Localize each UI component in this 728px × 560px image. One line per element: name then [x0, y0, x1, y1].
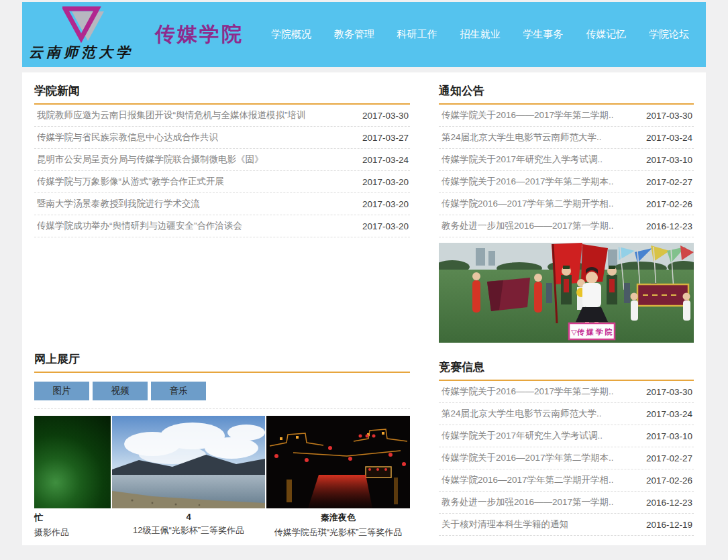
competition-row[interactable]: 第24届北京大学生电影节云南师范大学.. 2017-03-24	[439, 403, 694, 425]
nav-item-research[interactable]: 科研工作	[396, 24, 439, 45]
tab-music[interactable]: 音乐	[151, 382, 206, 400]
news-date: 2017-03-20	[362, 199, 409, 209]
logo-triangle-icon	[62, 6, 107, 48]
work-title: 4	[112, 512, 265, 522]
notice-row[interactable]: 传媒学院2016—2017学年第二学期开学相.. 2017-02-26	[439, 193, 694, 215]
nav-item-memory[interactable]: 传媒记忆	[584, 24, 627, 45]
competition-row[interactable]: 传媒学院关于2017年研究生入学考试调.. 2017-03-10	[439, 425, 694, 447]
notice-date: 2017-03-24	[646, 133, 692, 143]
work-caption: 摄影作品	[34, 526, 111, 543]
competition-date: 2017-03-24	[646, 409, 692, 419]
gallery-section-head: 网上展厅	[34, 351, 410, 373]
news-row[interactable]: 昆明市公安局呈贡分局与传媒学院联合摄制微电影《固》 2017-03-24	[34, 149, 410, 171]
news-section: 学院新闻 我院教师应邀为云南日报集团开设“舆情危机与全媒体报道模拟”培训 201…	[34, 83, 410, 237]
lake-clouds-photo[interactable]	[112, 416, 265, 508]
university-name-calligraphy: 云南师范大学	[29, 43, 134, 62]
news-link[interactable]: 传媒学院成功举办“舆情研判与边疆安全”合作洽谈会	[37, 220, 242, 232]
notice-row[interactable]: 第24届北京大学生电影节云南师范大学.. 2017-03-24	[439, 127, 694, 149]
news-link[interactable]: 传媒学院与万象影像“从游式”教学合作正式开展	[37, 176, 224, 188]
competition-link[interactable]: 传媒学院2016—2017学年第二学期开学相..	[441, 474, 614, 486]
site-header: 云南师范大学 传媒学院 学院概况 教务管理 科研工作 招生就业 学生事务 传媒记…	[22, 2, 706, 67]
nav-item-students[interactable]: 学生事务	[521, 24, 564, 45]
notice-date: 2017-03-30	[646, 111, 692, 121]
competition-link[interactable]: 第24届北京大学生电影节云南师范大学..	[441, 408, 602, 420]
competition-row[interactable]: 传媒学院关于2016—2017学年第二学期本.. 2017-02-27	[439, 447, 694, 469]
news-title: 学院新闻	[34, 83, 410, 99]
notices-title: 通知公告	[439, 83, 694, 99]
competition-link[interactable]: 教务处进一步加强2016——2017第一学期..	[441, 496, 614, 508]
competition-link[interactable]: 传媒学院关于2016—2017学年第二学期本..	[441, 452, 614, 464]
news-date: 2017-03-27	[362, 133, 409, 143]
notice-date: 2016-12-23	[646, 221, 692, 231]
sports-meet-parade-photo[interactable]: ▽传 媒 学 院	[439, 243, 694, 343]
news-link[interactable]: 昆明市公安局呈贡分局与传媒学院联合摄制微电影《固》	[37, 154, 264, 166]
competitions-title: 竞赛信息	[439, 359, 694, 375]
tab-pictures[interactable]: 图片	[34, 382, 89, 400]
notice-link[interactable]: 传媒学院关于2017年研究生入学考试调..	[441, 154, 603, 166]
river-night-photo[interactable]	[266, 416, 410, 508]
gallery-work: 4 12级王佩“光影杯”三等奖作品	[112, 416, 265, 543]
gallery-work: 秦淮夜色 传媒学院岳琪“光影杯”三等奖作品	[266, 416, 410, 543]
news-link[interactable]: 传媒学院与省民族宗教信息中心达成合作共识	[37, 131, 218, 144]
notice-link[interactable]: 第24届北京大学生电影节云南师范大学..	[441, 131, 602, 144]
work-title: 忙	[34, 512, 111, 524]
notice-date: 2017-02-26	[646, 199, 692, 209]
competitions-list: 传媒学院关于2016——2017学年第二学期.. 2017-03-30 第24届…	[439, 381, 694, 536]
notice-link[interactable]: 传媒学院关于2016——2017学年第二学期..	[441, 109, 614, 121]
competition-date: 2017-02-27	[646, 453, 692, 463]
notices-section-head: 通知公告	[439, 83, 694, 105]
news-section-head: 学院新闻	[34, 83, 410, 105]
competition-date: 2017-03-30	[646, 387, 692, 397]
notice-row[interactable]: 传媒学院关于2016——2017学年第二学期.. 2017-03-30	[439, 105, 694, 127]
notice-link[interactable]: 传媒学院2016—2017学年第二学期开学相..	[441, 198, 614, 210]
notice-link[interactable]: 传媒学院关于2016—2017学年第二学期本..	[441, 176, 614, 188]
page-container: 云南师范大学 传媒学院 学院概况 教务管理 科研工作 招生就业 学生事务 传媒记…	[22, 2, 706, 560]
competitions-section: 竞赛信息 传媒学院关于2016——2017学年第二学期.. 2017-03-30…	[439, 359, 694, 536]
news-row[interactable]: 传媒学院与省民族宗教信息中心达成合作共识 2017-03-27	[34, 127, 410, 149]
svg-text:▽传 媒 学 院: ▽传 媒 学 院	[571, 327, 613, 336]
notice-row[interactable]: 传媒学院关于2016—2017学年第二学期本.. 2017-02-27	[439, 171, 694, 193]
competition-link[interactable]: 关于核对清理本科生学籍的通知	[441, 518, 568, 530]
notices-list: 传媒学院关于2016——2017学年第二学期.. 2017-03-30 第24届…	[439, 105, 694, 237]
right-column: 通知公告 传媒学院关于2016——2017学年第二学期.. 2017-03-30…	[439, 83, 694, 543]
news-link[interactable]: 暨南大学汤景泰教授到我院进行学术交流	[37, 198, 200, 210]
competition-row[interactable]: 关于核对清理本科生学籍的通知 2016-12-19	[439, 514, 694, 536]
competition-date: 2016-12-19	[646, 520, 692, 530]
competition-row[interactable]: 传媒学院2016—2017学年第二学期开学相.. 2017-02-26	[439, 469, 694, 492]
notice-date: 2017-03-10	[646, 155, 692, 165]
notice-date: 2017-02-27	[646, 177, 692, 187]
competition-date: 2017-02-26	[646, 475, 692, 486]
main-content: 学院新闻 我院教师应邀为云南日报集团开设“舆情危机与全媒体报道模拟”培训 201…	[22, 72, 706, 545]
competition-row[interactable]: 传媒学院关于2016——2017学年第二学期.. 2017-03-30	[439, 381, 694, 403]
competition-link[interactable]: 传媒学院关于2016——2017学年第二学期..	[441, 386, 614, 398]
news-row[interactable]: 传媒学院与万象影像“从游式”教学合作正式开展 2017-03-20	[34, 171, 410, 193]
news-date: 2017-03-30	[362, 111, 409, 121]
nav-item-forum[interactable]: 学院论坛	[647, 24, 690, 45]
competition-link[interactable]: 传媒学院关于2017年研究生入学考试调..	[441, 430, 603, 442]
nav-item-academic[interactable]: 教务管理	[333, 24, 376, 45]
nav-item-admission[interactable]: 招生就业	[458, 24, 501, 45]
news-link[interactable]: 我院教师应邀为云南日报集团开设“舆情危机与全媒体报道模拟”培训	[37, 109, 306, 121]
green-macro-photo[interactable]	[34, 416, 111, 508]
news-row[interactable]: 传媒学院成功举办“舆情研判与边疆安全”合作洽谈会 2017-03-20	[34, 215, 410, 237]
tab-video[interactable]: 视频	[93, 382, 148, 400]
news-list: 我院教师应邀为云南日报集团开设“舆情危机与全媒体报道模拟”培训 2017-03-…	[34, 105, 410, 237]
work-caption: 传媒学院岳琪“光影杯”三等奖作品	[266, 526, 410, 543]
site-title[interactable]: 传媒学院	[155, 21, 244, 48]
gallery-title: 网上展厅	[34, 351, 410, 367]
competition-date: 2016-12-23	[646, 498, 692, 508]
work-caption: 12级王佩“光影杯”三等奖作品	[112, 524, 265, 541]
competition-row[interactable]: 教务处进一步加强2016——2017第一学期.. 2016-12-23	[439, 492, 694, 514]
news-row[interactable]: 我院教师应邀为云南日报集团开设“舆情危机与全媒体报道模拟”培训 2017-03-…	[34, 105, 410, 127]
work-title: 秦淮夜色	[266, 512, 410, 524]
notice-row[interactable]: 传媒学院关于2017年研究生入学考试调.. 2017-03-10	[439, 149, 694, 171]
gallery-works: 忙 摄影作品	[34, 416, 410, 543]
notice-link[interactable]: 教务处进一步加强2016——2017第一学期..	[441, 220, 614, 232]
news-row[interactable]: 暨南大学汤景泰教授到我院进行学术交流 2017-03-20	[34, 193, 410, 215]
university-logo[interactable]: 云南师范大学	[22, 2, 138, 67]
nav-item-overview[interactable]: 学院概况	[270, 24, 313, 45]
left-column: 学院新闻 我院教师应邀为云南日报集团开设“舆情危机与全媒体报道模拟”培训 201…	[34, 83, 410, 543]
notice-row[interactable]: 教务处进一步加强2016——2017第一学期.. 2016-12-23	[439, 215, 694, 237]
gallery-section: 网上展厅 图片 视频 音乐 忙 摄影作品	[34, 351, 410, 543]
news-date: 2017-03-20	[362, 177, 409, 187]
